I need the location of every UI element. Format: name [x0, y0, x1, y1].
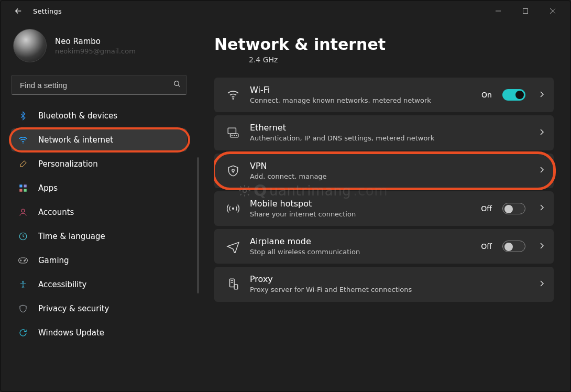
tile-desc: Authentication, IP and DNS settings, met… [250, 134, 525, 143]
svg-rect-7 [19, 189, 22, 192]
settings-window: Settings Neo Rambo neokim995@gmail.com [0, 0, 571, 392]
time-icon [17, 231, 29, 242]
sidebar-item-label: Accounts [38, 208, 74, 217]
sidebar-item-accounts[interactable]: Accounts [11, 201, 187, 224]
status-label: Off [481, 242, 492, 251]
svg-point-15 [232, 98, 234, 100]
tiles-list: Wi-Fi Connect, manage known networks, me… [214, 78, 557, 302]
sidebar-item-update[interactable]: Windows Update [11, 321, 187, 344]
sidebar-nav: Bluetooth & devices Network & internet P… [11, 104, 187, 344]
wifi-toggle[interactable] [502, 89, 525, 101]
chevron-right-icon [539, 204, 544, 213]
svg-point-2 [174, 81, 179, 86]
svg-rect-6 [24, 184, 27, 187]
proxy-icon [224, 275, 243, 293]
shield-icon [17, 303, 29, 314]
avatar [13, 29, 47, 62]
tile-proxy[interactable]: Proxy Proxy server for Wi-Fi and Etherne… [214, 267, 554, 301]
maximize-button[interactable] [512, 2, 539, 20]
sidebar-item-accessibility[interactable]: Accessibility [11, 273, 187, 296]
connection-band: 2.4 GHz [249, 56, 557, 64]
apps-icon [17, 182, 29, 194]
tile-hotspot[interactable]: Mobile hotspot Share your internet conne… [214, 191, 554, 226]
minimize-icon [495, 8, 501, 14]
tile-ethernet[interactable]: Ethernet Authentication, IP and DNS sett… [214, 115, 554, 150]
window-controls [485, 2, 566, 20]
airplane-icon [224, 237, 243, 256]
hotspot-toggle[interactable] [502, 203, 525, 214]
sidebar-item-apps[interactable]: Apps [11, 177, 187, 200]
svg-rect-8 [24, 189, 27, 192]
arrow-left-icon [14, 6, 23, 16]
sidebar-item-personalization[interactable]: Personalization [11, 153, 187, 176]
chevron-right-icon [539, 128, 544, 137]
titlebar: Settings [1, 1, 570, 21]
tile-desc: Share your internet connection [250, 210, 474, 219]
svg-point-13 [24, 260, 25, 262]
chevron-right-icon [539, 166, 544, 175]
sidebar-item-bluetooth[interactable]: Bluetooth & devices [11, 104, 187, 127]
search-box[interactable] [11, 75, 187, 95]
sidebar-item-network[interactable]: Network & internet [11, 128, 187, 151]
tile-airplane[interactable]: Airplane mode Stop all wireless communic… [214, 229, 554, 264]
search-input[interactable] [19, 80, 173, 90]
sidebar-item-privacy[interactable]: Privacy & security [11, 297, 187, 320]
update-icon [17, 327, 29, 339]
ethernet-icon [224, 123, 243, 142]
svg-point-18 [232, 169, 234, 171]
sidebar-item-time[interactable]: Time & language [11, 225, 187, 248]
brush-icon [17, 158, 29, 170]
svg-point-4 [23, 143, 24, 144]
tile-vpn[interactable]: VPN Add, connect, manage [214, 154, 554, 188]
tile-wifi[interactable]: Wi-Fi Connect, manage known networks, me… [214, 78, 554, 112]
sidebar-item-gaming[interactable]: Gaming [11, 249, 187, 272]
svg-point-9 [21, 209, 25, 212]
back-button[interactable] [9, 2, 28, 20]
tile-title: Wi-Fi [250, 85, 474, 95]
profile-email: neokim995@gmail.com [55, 47, 136, 55]
sidebar-item-label: Time & language [38, 232, 105, 241]
tile-title: Proxy [250, 274, 525, 285]
accessibility-icon [17, 279, 29, 290]
sidebar-item-label: Privacy & security [38, 304, 109, 313]
wifi-icon [224, 85, 243, 104]
hotspot-icon [224, 199, 243, 218]
tile-desc: Add, connect, manage [250, 172, 525, 181]
page-title: Network & internet [214, 35, 557, 53]
vpn-shield-icon [224, 161, 243, 180]
svg-point-14 [23, 281, 24, 282]
svg-rect-21 [234, 285, 238, 289]
app-title: Settings [33, 7, 62, 15]
profile-name: Neo Rambo [55, 37, 136, 46]
tile-desc: Connect, manage known networks, metered … [250, 96, 474, 105]
tile-title: Airplane mode [250, 236, 474, 247]
search-icon [173, 80, 181, 90]
tile-title: VPN [250, 161, 525, 171]
sidebar-item-label: Network & internet [38, 135, 113, 145]
sidebar-item-label: Accessibility [38, 280, 86, 289]
svg-rect-5 [19, 184, 22, 187]
close-button[interactable] [539, 2, 566, 20]
tile-title: Ethernet [250, 123, 525, 133]
gaming-icon [17, 255, 29, 266]
svg-point-19 [232, 208, 234, 210]
sidebar: Neo Rambo neokim995@gmail.com Bluetooth … [1, 21, 196, 391]
account-icon [17, 206, 29, 218]
tile-desc: Stop all wireless communication [250, 248, 474, 256]
status-label: Off [481, 204, 492, 213]
sidebar-item-label: Gaming [38, 256, 69, 265]
status-label: On [481, 91, 492, 99]
svg-rect-1 [523, 9, 528, 14]
minimize-button[interactable] [485, 2, 512, 20]
wifi-icon [17, 134, 29, 146]
airplane-toggle[interactable] [502, 241, 525, 252]
svg-rect-16 [228, 128, 236, 134]
sidebar-item-label: Windows Update [38, 328, 104, 337]
tile-title: Mobile hotspot [250, 199, 474, 209]
svg-rect-20 [230, 279, 235, 287]
close-icon [550, 8, 556, 14]
sidebar-item-label: Personalization [38, 159, 98, 169]
sidebar-item-label: Apps [38, 183, 58, 193]
profile-block[interactable]: Neo Rambo neokim995@gmail.com [13, 29, 187, 62]
bluetooth-icon [17, 110, 29, 122]
